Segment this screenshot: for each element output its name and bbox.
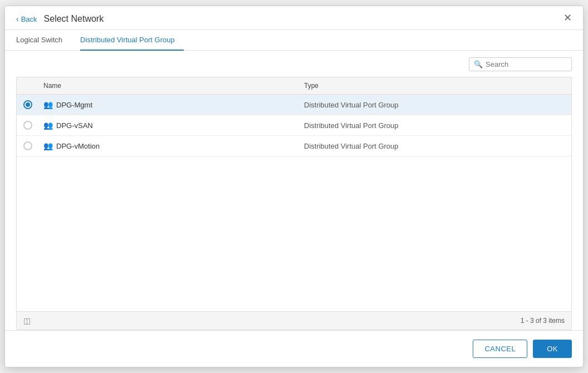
row-name-1: DPG-Mgmt: [56, 101, 92, 109]
tab-dvpg[interactable]: Distributed Virtual Port Group: [80, 30, 184, 51]
table-footer: ◫ 1 - 3 of 3 items: [17, 311, 571, 330]
dialog-title: Select Network: [44, 14, 104, 24]
back-label: Back: [21, 15, 37, 23]
table-footer-icon: ◫: [23, 316, 31, 325]
row-name-2: DPG-vSAN: [56, 121, 93, 130]
radio-cell-3[interactable]: [23, 141, 43, 150]
col-header-type: Type: [304, 82, 565, 90]
network-icon-1: 👥: [43, 100, 53, 109]
search-input[interactable]: [486, 60, 567, 68]
ok-button[interactable]: OK: [533, 340, 572, 358]
radio-button-2[interactable]: [23, 121, 32, 130]
radio-cell-1[interactable]: [23, 100, 43, 109]
content-area: 🔍 Name Type: [5, 51, 583, 330]
tabs-bar: Logical Switch Distributed Virtual Port …: [5, 30, 583, 51]
select-network-dialog: ‹ Back Select Network ✕ Logical Switch D…: [4, 6, 584, 367]
table-container: Name Type 👥 DPG-Mgmt Distribute: [16, 77, 572, 330]
items-count: 1 - 3 of 3 items: [521, 317, 565, 325]
radio-cell-2[interactable]: [23, 121, 43, 130]
name-cell-1: 👥 DPG-Mgmt: [43, 100, 304, 109]
network-icon-2: 👥: [43, 121, 53, 130]
back-arrow-icon: ‹: [16, 14, 19, 23]
close-button[interactable]: ✕: [561, 11, 574, 25]
back-link[interactable]: ‹ Back: [16, 14, 37, 23]
search-icon: 🔍: [474, 60, 483, 68]
col-header-name: Name: [43, 82, 304, 90]
name-cell-2: 👥 DPG-vSAN: [43, 121, 304, 130]
col-header-radio: [23, 82, 43, 90]
name-cell-3: 👥 DPG-vMotion: [43, 141, 304, 150]
table-header: Name Type: [17, 77, 571, 95]
dialog-header: ‹ Back Select Network ✕: [5, 6, 583, 30]
table-body: 👥 DPG-Mgmt Distributed Virtual Port Grou…: [17, 95, 571, 311]
table-row[interactable]: 👥 DPG-vSAN Distributed Virtual Port Grou…: [17, 115, 571, 136]
type-cell-1: Distributed Virtual Port Group: [304, 101, 565, 109]
row-name-3: DPG-vMotion: [56, 142, 100, 150]
cancel-button[interactable]: CANCEL: [473, 340, 527, 358]
type-cell-3: Distributed Virtual Port Group: [304, 142, 565, 150]
dialog-footer: CANCEL OK: [5, 330, 583, 367]
network-icon-3: 👥: [43, 141, 53, 150]
tab-logical-switch[interactable]: Logical Switch: [16, 30, 71, 51]
type-cell-2: Distributed Virtual Port Group: [304, 121, 565, 130]
table-row[interactable]: 👥 DPG-Mgmt Distributed Virtual Port Grou…: [17, 95, 571, 115]
radio-button-1[interactable]: [23, 100, 32, 109]
search-box[interactable]: 🔍: [469, 57, 572, 71]
radio-button-3[interactable]: [23, 141, 32, 150]
table-row[interactable]: 👥 DPG-vMotion Distributed Virtual Port G…: [17, 136, 571, 156]
search-row: 🔍: [16, 57, 572, 71]
radio-inner-1: [26, 102, 30, 107]
